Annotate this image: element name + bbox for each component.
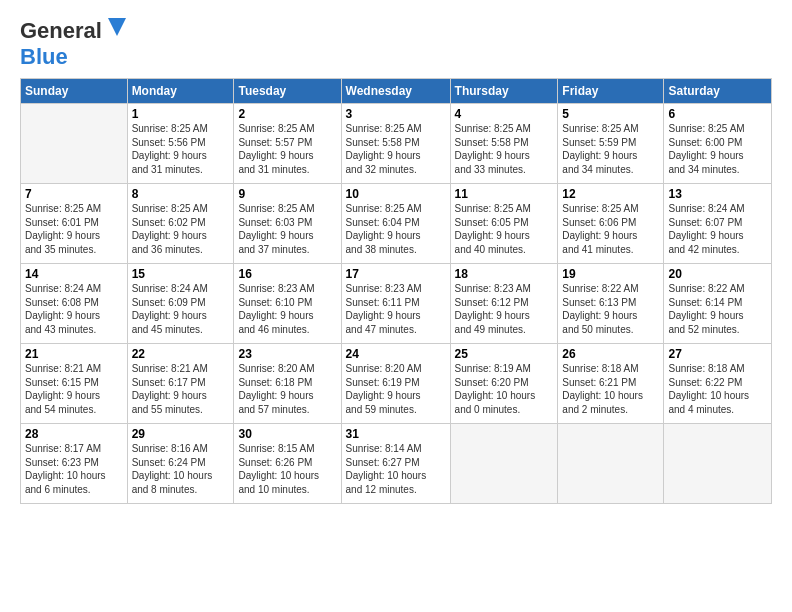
col-header-saturday: Saturday — [664, 79, 772, 104]
logo-blue: Blue — [20, 44, 68, 69]
day-info: Sunrise: 8:21 AM Sunset: 6:15 PM Dayligh… — [25, 362, 123, 416]
calendar-cell: 24Sunrise: 8:20 AM Sunset: 6:19 PM Dayli… — [341, 344, 450, 424]
day-info: Sunrise: 8:25 AM Sunset: 6:03 PM Dayligh… — [238, 202, 336, 256]
calendar-cell: 27Sunrise: 8:18 AM Sunset: 6:22 PM Dayli… — [664, 344, 772, 424]
day-number: 3 — [346, 107, 446, 121]
day-info: Sunrise: 8:19 AM Sunset: 6:20 PM Dayligh… — [455, 362, 554, 416]
calendar-cell: 17Sunrise: 8:23 AM Sunset: 6:11 PM Dayli… — [341, 264, 450, 344]
day-number: 13 — [668, 187, 767, 201]
calendar-cell: 8Sunrise: 8:25 AM Sunset: 6:02 PM Daylig… — [127, 184, 234, 264]
day-info: Sunrise: 8:25 AM Sunset: 5:59 PM Dayligh… — [562, 122, 659, 176]
day-info: Sunrise: 8:25 AM Sunset: 5:58 PM Dayligh… — [455, 122, 554, 176]
day-number: 28 — [25, 427, 123, 441]
calendar-cell: 9Sunrise: 8:25 AM Sunset: 6:03 PM Daylig… — [234, 184, 341, 264]
day-info: Sunrise: 8:25 AM Sunset: 6:01 PM Dayligh… — [25, 202, 123, 256]
day-number: 17 — [346, 267, 446, 281]
day-info: Sunrise: 8:16 AM Sunset: 6:24 PM Dayligh… — [132, 442, 230, 496]
day-info: Sunrise: 8:15 AM Sunset: 6:26 PM Dayligh… — [238, 442, 336, 496]
day-number: 5 — [562, 107, 659, 121]
day-number: 8 — [132, 187, 230, 201]
calendar-cell: 25Sunrise: 8:19 AM Sunset: 6:20 PM Dayli… — [450, 344, 558, 424]
calendar-cell: 2Sunrise: 8:25 AM Sunset: 5:57 PM Daylig… — [234, 104, 341, 184]
day-number: 31 — [346, 427, 446, 441]
calendar-cell: 18Sunrise: 8:23 AM Sunset: 6:12 PM Dayli… — [450, 264, 558, 344]
calendar-cell: 30Sunrise: 8:15 AM Sunset: 6:26 PM Dayli… — [234, 424, 341, 504]
day-info: Sunrise: 8:25 AM Sunset: 5:57 PM Dayligh… — [238, 122, 336, 176]
day-number: 30 — [238, 427, 336, 441]
week-row-2: 7Sunrise: 8:25 AM Sunset: 6:01 PM Daylig… — [21, 184, 772, 264]
day-number: 27 — [668, 347, 767, 361]
calendar-cell — [21, 104, 128, 184]
day-number: 18 — [455, 267, 554, 281]
logo: General Blue — [20, 18, 126, 70]
calendar-page: General Blue SundayMondayTuesdayWednesda… — [0, 0, 792, 514]
day-number: 9 — [238, 187, 336, 201]
calendar-cell: 16Sunrise: 8:23 AM Sunset: 6:10 PM Dayli… — [234, 264, 341, 344]
day-info: Sunrise: 8:24 AM Sunset: 6:08 PM Dayligh… — [25, 282, 123, 336]
day-info: Sunrise: 8:25 AM Sunset: 5:58 PM Dayligh… — [346, 122, 446, 176]
calendar-cell: 20Sunrise: 8:22 AM Sunset: 6:14 PM Dayli… — [664, 264, 772, 344]
calendar-cell: 26Sunrise: 8:18 AM Sunset: 6:21 PM Dayli… — [558, 344, 664, 424]
calendar-cell — [664, 424, 772, 504]
calendar-cell: 15Sunrise: 8:24 AM Sunset: 6:09 PM Dayli… — [127, 264, 234, 344]
week-row-1: 1Sunrise: 8:25 AM Sunset: 5:56 PM Daylig… — [21, 104, 772, 184]
day-info: Sunrise: 8:24 AM Sunset: 6:09 PM Dayligh… — [132, 282, 230, 336]
col-header-friday: Friday — [558, 79, 664, 104]
day-info: Sunrise: 8:25 AM Sunset: 5:56 PM Dayligh… — [132, 122, 230, 176]
day-number: 2 — [238, 107, 336, 121]
day-number: 25 — [455, 347, 554, 361]
calendar-cell: 10Sunrise: 8:25 AM Sunset: 6:04 PM Dayli… — [341, 184, 450, 264]
day-info: Sunrise: 8:18 AM Sunset: 6:21 PM Dayligh… — [562, 362, 659, 416]
week-row-5: 28Sunrise: 8:17 AM Sunset: 6:23 PM Dayli… — [21, 424, 772, 504]
day-number: 22 — [132, 347, 230, 361]
day-info: Sunrise: 8:25 AM Sunset: 6:05 PM Dayligh… — [455, 202, 554, 256]
calendar-cell: 19Sunrise: 8:22 AM Sunset: 6:13 PM Dayli… — [558, 264, 664, 344]
day-number: 23 — [238, 347, 336, 361]
col-header-tuesday: Tuesday — [234, 79, 341, 104]
calendar-cell: 4Sunrise: 8:25 AM Sunset: 5:58 PM Daylig… — [450, 104, 558, 184]
day-number: 16 — [238, 267, 336, 281]
svg-marker-0 — [108, 18, 126, 36]
logo-general: General — [20, 18, 102, 43]
day-number: 24 — [346, 347, 446, 361]
col-header-thursday: Thursday — [450, 79, 558, 104]
week-row-3: 14Sunrise: 8:24 AM Sunset: 6:08 PM Dayli… — [21, 264, 772, 344]
calendar-cell: 21Sunrise: 8:21 AM Sunset: 6:15 PM Dayli… — [21, 344, 128, 424]
calendar-cell: 5Sunrise: 8:25 AM Sunset: 5:59 PM Daylig… — [558, 104, 664, 184]
header: General Blue — [20, 18, 772, 70]
calendar-cell: 7Sunrise: 8:25 AM Sunset: 6:01 PM Daylig… — [21, 184, 128, 264]
day-info: Sunrise: 8:14 AM Sunset: 6:27 PM Dayligh… — [346, 442, 446, 496]
day-number: 14 — [25, 267, 123, 281]
day-number: 19 — [562, 267, 659, 281]
day-number: 7 — [25, 187, 123, 201]
col-header-wednesday: Wednesday — [341, 79, 450, 104]
calendar-cell: 3Sunrise: 8:25 AM Sunset: 5:58 PM Daylig… — [341, 104, 450, 184]
calendar-cell: 22Sunrise: 8:21 AM Sunset: 6:17 PM Dayli… — [127, 344, 234, 424]
day-number: 10 — [346, 187, 446, 201]
logo-arrow-icon — [108, 18, 126, 36]
calendar-cell: 28Sunrise: 8:17 AM Sunset: 6:23 PM Dayli… — [21, 424, 128, 504]
day-info: Sunrise: 8:24 AM Sunset: 6:07 PM Dayligh… — [668, 202, 767, 256]
day-info: Sunrise: 8:22 AM Sunset: 6:13 PM Dayligh… — [562, 282, 659, 336]
calendar-cell — [558, 424, 664, 504]
calendar-cell: 13Sunrise: 8:24 AM Sunset: 6:07 PM Dayli… — [664, 184, 772, 264]
calendar-cell: 12Sunrise: 8:25 AM Sunset: 6:06 PM Dayli… — [558, 184, 664, 264]
week-row-4: 21Sunrise: 8:21 AM Sunset: 6:15 PM Dayli… — [21, 344, 772, 424]
day-number: 15 — [132, 267, 230, 281]
day-info: Sunrise: 8:23 AM Sunset: 6:11 PM Dayligh… — [346, 282, 446, 336]
day-info: Sunrise: 8:20 AM Sunset: 6:19 PM Dayligh… — [346, 362, 446, 416]
day-info: Sunrise: 8:25 AM Sunset: 6:04 PM Dayligh… — [346, 202, 446, 256]
day-info: Sunrise: 8:18 AM Sunset: 6:22 PM Dayligh… — [668, 362, 767, 416]
calendar-cell: 29Sunrise: 8:16 AM Sunset: 6:24 PM Dayli… — [127, 424, 234, 504]
day-number: 4 — [455, 107, 554, 121]
day-info: Sunrise: 8:25 AM Sunset: 6:06 PM Dayligh… — [562, 202, 659, 256]
col-header-monday: Monday — [127, 79, 234, 104]
day-number: 20 — [668, 267, 767, 281]
calendar-cell: 23Sunrise: 8:20 AM Sunset: 6:18 PM Dayli… — [234, 344, 341, 424]
day-info: Sunrise: 8:17 AM Sunset: 6:23 PM Dayligh… — [25, 442, 123, 496]
day-info: Sunrise: 8:25 AM Sunset: 6:02 PM Dayligh… — [132, 202, 230, 256]
col-header-sunday: Sunday — [21, 79, 128, 104]
day-number: 11 — [455, 187, 554, 201]
day-info: Sunrise: 8:25 AM Sunset: 6:00 PM Dayligh… — [668, 122, 767, 176]
day-number: 21 — [25, 347, 123, 361]
